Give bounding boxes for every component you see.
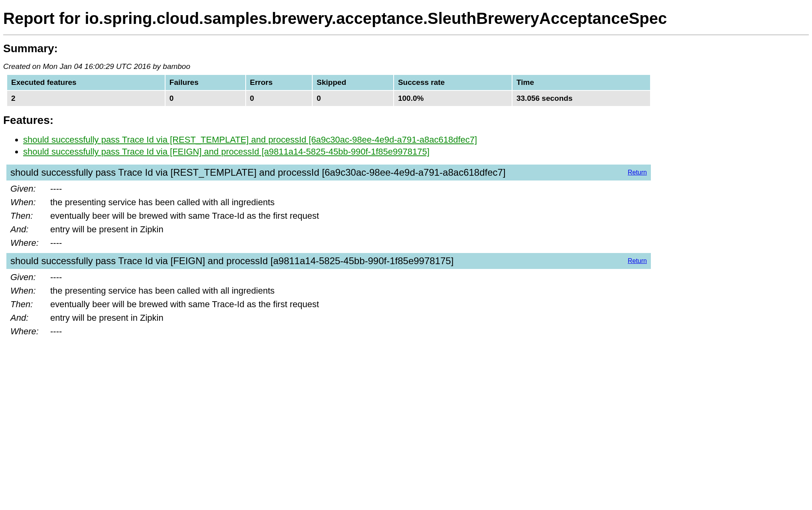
step-row: When: the presenting service has been ca… bbox=[10, 196, 651, 209]
feature-steps: Given: ---- When: the presenting service… bbox=[6, 180, 651, 251]
step-row: And: entry will be present in Zipkin bbox=[10, 223, 651, 236]
step-row: Where: ---- bbox=[10, 325, 651, 338]
feature-link-item: should successfully pass Trace Id via [F… bbox=[23, 146, 809, 158]
summary-header: Failures bbox=[166, 75, 245, 90]
feature-block: should successfully pass Trace Id via [R… bbox=[6, 165, 651, 251]
step-text: the presenting service has been called w… bbox=[50, 286, 651, 296]
step-label-then: Then: bbox=[10, 211, 50, 221]
features-heading: Features: bbox=[3, 114, 809, 127]
step-text: entry will be present in Zipkin bbox=[50, 224, 651, 235]
step-row: When: the presenting service has been ca… bbox=[10, 284, 651, 298]
summary-value-row: 2 0 0 0 100.0% 33.056 seconds bbox=[7, 91, 650, 106]
step-row: And: entry will be present in Zipkin bbox=[10, 311, 651, 325]
summary-value: 0 bbox=[166, 91, 245, 106]
feature-title: should successfully pass Trace Id via [R… bbox=[10, 167, 570, 178]
step-label-given: Given: bbox=[10, 184, 50, 194]
step-label-when: When: bbox=[10, 197, 50, 208]
summary-value: 100.0% bbox=[394, 91, 512, 106]
summary-header-row: Executed features Failures Errors Skippe… bbox=[7, 75, 650, 90]
feature-header: should successfully pass Trace Id via [R… bbox=[6, 165, 651, 180]
feature-title: should successfully pass Trace Id via [F… bbox=[10, 255, 570, 267]
feature-link-list: should successfully pass Trace Id via [R… bbox=[3, 134, 809, 157]
step-label-when: When: bbox=[10, 286, 50, 296]
step-row: Then: eventually beer will be brewed wit… bbox=[10, 209, 651, 223]
summary-value: 2 bbox=[7, 91, 165, 106]
step-row: Then: eventually beer will be brewed wit… bbox=[10, 298, 651, 311]
divider bbox=[3, 35, 809, 35]
step-text: ---- bbox=[50, 184, 651, 194]
return-link[interactable]: Return bbox=[628, 257, 647, 265]
step-text: eventually beer will be brewed with same… bbox=[50, 211, 651, 221]
step-label-where: Where: bbox=[10, 238, 50, 248]
step-label-and: And: bbox=[10, 313, 50, 323]
summary-header: Skipped bbox=[313, 75, 393, 90]
summary-value: 33.056 seconds bbox=[512, 91, 650, 106]
step-text: the presenting service has been called w… bbox=[50, 197, 651, 208]
step-text: ---- bbox=[50, 326, 651, 337]
step-label-where: Where: bbox=[10, 326, 50, 337]
step-label-and: And: bbox=[10, 224, 50, 235]
feature-header: should successfully pass Trace Id via [F… bbox=[6, 253, 651, 269]
page-title: Report for io.spring.cloud.samples.brewe… bbox=[3, 10, 809, 27]
summary-header: Success rate bbox=[394, 75, 512, 90]
summary-header: Executed features bbox=[7, 75, 165, 90]
step-row: Given: ---- bbox=[10, 271, 651, 284]
feature-link[interactable]: should successfully pass Trace Id via [R… bbox=[23, 135, 477, 145]
feature-link-item: should successfully pass Trace Id via [R… bbox=[23, 134, 809, 146]
step-text: ---- bbox=[50, 238, 651, 248]
step-label-then: Then: bbox=[10, 299, 50, 310]
step-text: ---- bbox=[50, 272, 651, 282]
summary-table: Executed features Failures Errors Skippe… bbox=[6, 74, 651, 107]
feature-link[interactable]: should successfully pass Trace Id via [F… bbox=[23, 147, 430, 157]
step-text: entry will be present in Zipkin bbox=[50, 313, 651, 323]
return-link[interactable]: Return bbox=[628, 169, 647, 176]
step-text: eventually beer will be brewed with same… bbox=[50, 299, 651, 310]
created-text: Created on Mon Jan 04 16:00:29 UTC 2016 … bbox=[3, 62, 809, 71]
step-label-given: Given: bbox=[10, 272, 50, 282]
summary-heading: Summary: bbox=[3, 42, 809, 55]
summary-header: Errors bbox=[246, 75, 312, 90]
step-row: Where: ---- bbox=[10, 236, 651, 250]
feature-steps: Given: ---- When: the presenting service… bbox=[6, 269, 651, 340]
step-row: Given: ---- bbox=[10, 182, 651, 196]
feature-block: should successfully pass Trace Id via [F… bbox=[6, 253, 651, 340]
summary-header: Time bbox=[512, 75, 650, 90]
summary-value: 0 bbox=[313, 91, 393, 106]
summary-value: 0 bbox=[246, 91, 312, 106]
